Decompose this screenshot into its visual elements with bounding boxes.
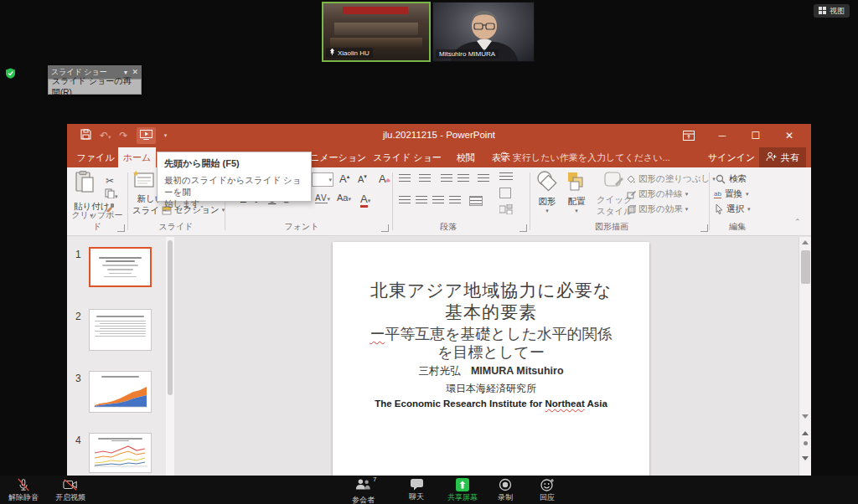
justify-icon[interactable] (449, 196, 461, 206)
video-tile-speaker[interactable]: Mitsuhiro MIMURA (432, 2, 535, 62)
clipboard-dialog-launcher[interactable] (117, 224, 125, 232)
slide-affiliation-jp: 環日本海経済研究所 (333, 382, 649, 396)
participants-button[interactable]: 7 参会者 (352, 478, 375, 504)
tab-review[interactable]: 校閲 (449, 147, 483, 167)
change-case-icon[interactable]: Aa▾ (337, 193, 351, 203)
record-icon (499, 478, 512, 491)
smartart-convert-icon[interactable] (499, 203, 513, 218)
scroll-thumb[interactable] (801, 250, 810, 284)
ribbon-display-options-icon[interactable] (672, 124, 706, 147)
copy-icon[interactable]: ▾ (105, 187, 118, 202)
ppt-titlebar[interactable]: ↶▾ ↷ ▾ jlu.20211215 - PowerPoint ─ ☐ ✕ (67, 124, 811, 147)
thumbnail-content (90, 310, 151, 337)
main-vertical-scrollbar[interactable] (799, 237, 811, 476)
record-button[interactable]: 录制 (498, 478, 513, 503)
classroom-people-row (334, 23, 419, 35)
chat-bubble-icon (410, 478, 424, 491)
align-left-icon[interactable] (399, 196, 411, 206)
close-window-icon[interactable]: ✕ (773, 124, 806, 147)
replace-icon: ab (714, 190, 721, 198)
cut-icon[interactable]: ✂ (106, 172, 114, 188)
group-label-paragraph: 段落 (432, 221, 465, 233)
font-dialog-launcher[interactable] (381, 224, 389, 232)
align-center-icon[interactable] (416, 196, 427, 206)
microphone-muted-icon (17, 478, 30, 491)
shape-outline-button[interactable]: 図形の枠線▾ (627, 188, 688, 200)
drawing-dialog-launcher[interactable] (700, 224, 708, 232)
group-label-clipboard: クリップボード (70, 209, 124, 233)
chat-button[interactable]: 聊天 (409, 478, 424, 502)
share-screen-button[interactable]: 共享屏幕 (447, 478, 478, 503)
slide-thumbnail-panel[interactable]: 1 2 (67, 237, 166, 476)
paragraph-dialog-launcher[interactable] (519, 224, 527, 232)
security-shield-icon[interactable] (5, 67, 16, 78)
previous-slide-icon[interactable] (802, 431, 809, 435)
sign-in-button[interactable]: サインイン (708, 147, 755, 167)
group-label-editing: 編集 (716, 221, 758, 233)
smiley-plus-icon (540, 478, 555, 491)
tab-file[interactable]: ファイル (75, 147, 116, 167)
group-label-font: フォント (277, 221, 327, 233)
tab-home[interactable]: ホーム (118, 147, 156, 167)
scroll-up-icon[interactable] (802, 240, 809, 244)
arrange-icon (566, 171, 587, 193)
person-add-icon (766, 152, 777, 163)
scroll-down-icon[interactable] (802, 414, 809, 419)
arrange-button[interactable]: 配置 ▾ (566, 171, 587, 214)
shrink-font-icon[interactable]: A▾ (358, 172, 367, 185)
tab-slideshow[interactable]: スライド ショー (369, 147, 446, 167)
share-label: 共有 (781, 152, 799, 164)
quick-styles-icon (603, 171, 625, 191)
font-color-icon[interactable]: A▾ (360, 193, 370, 205)
numbering-icon[interactable] (419, 174, 431, 184)
text-direction-icon[interactable] (499, 172, 513, 183)
slide-affiliation-en: The Economic Research Institute for Nort… (333, 399, 649, 409)
collapse-ribbon-icon[interactable]: ⌃ (794, 218, 801, 226)
camera-off-icon (63, 478, 78, 491)
tell-me-box[interactable]: 実行したい作業を入力してください... (499, 147, 670, 167)
new-slide-icon (132, 170, 154, 190)
decrease-indent-icon[interactable] (441, 174, 452, 184)
participant-name: Mitsuhiro MIMURA (439, 50, 495, 58)
increase-indent-icon[interactable] (457, 174, 469, 184)
align-right-icon[interactable] (432, 196, 444, 206)
shape-effects-button[interactable]: 図形の効果▾ (627, 203, 688, 215)
next-slide-icon[interactable] (802, 456, 809, 460)
character-spacing-icon[interactable]: AV▾ (315, 193, 331, 203)
font-size-combobox[interactable]: ▾ (312, 172, 333, 187)
slideshow-resume-menu-item[interactable]: スライド ショーの再開(R) (48, 79, 142, 95)
columns-icon[interactable] (469, 196, 483, 206)
align-text-icon[interactable] (499, 188, 511, 198)
select-button[interactable]: 選択▾ (716, 203, 751, 215)
chevron-down-icon[interactable]: ▼ (123, 69, 129, 75)
shapes-button[interactable]: 図形 ▾ (535, 171, 560, 214)
unmute-button[interactable]: 解除静音 (8, 478, 39, 503)
clear-formatting-icon[interactable]: A (379, 172, 391, 185)
find-button[interactable]: 検索 (716, 173, 747, 185)
grow-font-icon[interactable]: A▴ (339, 172, 349, 185)
line-spacing-icon[interactable] (478, 174, 489, 184)
thumbnail-number: 3 (75, 373, 81, 384)
current-slide[interactable]: 北東アジア地域協力に必要な 基本的要素 ー平等互恵を基礎とした水平的関係 を目標… (333, 242, 649, 493)
paint-bucket-icon (627, 175, 636, 184)
maximize-icon[interactable]: ☐ (739, 124, 773, 147)
thumbnail-scroll-thumb[interactable] (168, 240, 173, 395)
view-button[interactable]: 视图 (814, 4, 850, 18)
video-name-badge: Mitsuhiro MIMURA (436, 49, 499, 59)
slide-thumbnail-2[interactable] (89, 309, 152, 351)
replace-button[interactable]: ab 置換▾ (714, 188, 748, 200)
video-name-badge: Xiaolin HU (326, 48, 373, 58)
minimize-icon[interactable]: ─ (706, 124, 739, 147)
slide-thumbnail-4[interactable] (89, 433, 152, 473)
start-video-button[interactable]: 开启视频 (55, 478, 85, 503)
bullets-icon[interactable] (399, 174, 411, 184)
video-tile-classroom[interactable]: Xiaolin HU (322, 2, 431, 62)
reactions-button[interactable]: 回应 (540, 478, 555, 503)
thumbnail-scrollbar[interactable] (166, 237, 174, 476)
slide-subtitle-line2: を目標としてー (333, 342, 649, 363)
slide-thumbnail-3[interactable] (89, 371, 152, 413)
browse-by-icon[interactable] (804, 441, 808, 445)
slide-thumbnail-1[interactable] (89, 247, 152, 287)
shape-fill-button[interactable]: 図形の塗りつぶし▾ (627, 173, 716, 185)
share-button[interactable]: 共有 (759, 147, 806, 167)
